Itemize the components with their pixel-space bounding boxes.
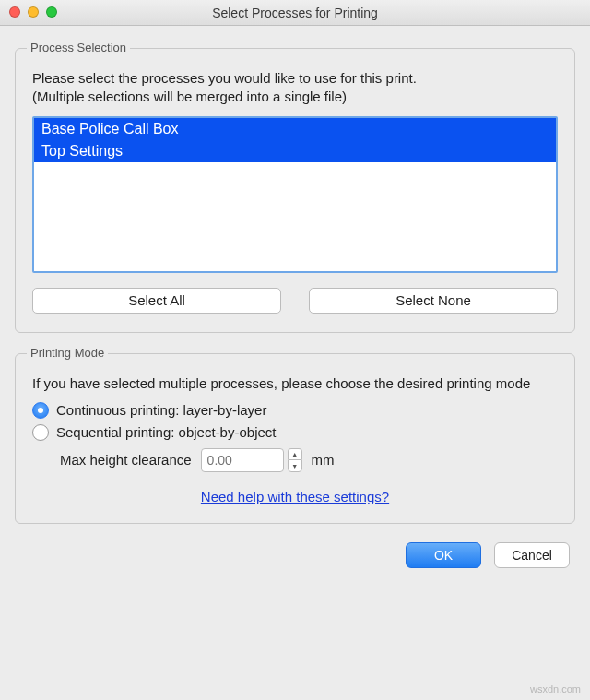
radio-sequential-row[interactable]: Sequential printing: object-by-object [32,424,558,441]
cancel-button[interactable]: Cancel [494,542,570,568]
dialog-content: Process Selection Please select the proc… [0,26,590,700]
process-selection-label: Process Selection [27,41,130,54]
radio-continuous[interactable] [32,402,49,419]
select-all-button[interactable]: Select All [32,288,281,314]
radio-sequential-label: Sequential printing: object-by-object [56,424,276,440]
process-selection-group: Process Selection Please select the proc… [15,48,575,333]
printing-mode-instruction: If you have selected multiple processes,… [32,374,558,393]
radio-continuous-row[interactable]: Continuous printing: layer-by-layer [32,402,558,419]
watermark: wsxdn.com [530,683,581,694]
traffic-lights [9,6,57,18]
minimize-icon[interactable] [28,6,39,18]
max-clearance-unit: mm [312,452,335,468]
max-clearance-label: Max height clearance [60,452,192,468]
list-item[interactable]: Base Police Call Box [34,118,556,140]
max-clearance-input[interactable] [201,448,284,472]
max-clearance-stepper[interactable]: ▲ ▼ [288,448,302,472]
process-listbox[interactable]: Base Police Call Box Top Settings [32,116,558,273]
help-link[interactable]: Need help with these settings? [201,489,389,504]
printing-mode-label: Printing Mode [27,346,108,360]
instruction-line-1: Please select the processes you would li… [32,70,417,86]
close-icon[interactable] [9,6,20,18]
radio-continuous-label: Continuous printing: layer-by-layer [56,402,266,418]
stepper-up-icon[interactable]: ▲ [288,448,302,460]
max-clearance-field[interactable]: ▲ ▼ [201,448,302,472]
select-none-button[interactable]: Select None [309,288,558,314]
stepper-down-icon[interactable]: ▼ [288,459,302,472]
dialog-footer: OK Cancel [15,542,575,568]
window-title: Select Processes for Printing [212,6,378,20]
list-item[interactable]: Top Settings [34,140,556,162]
radio-sequential[interactable] [32,424,49,441]
process-selection-instruction: Please select the processes you would li… [32,69,558,107]
printing-mode-group: Printing Mode If you have selected multi… [15,353,575,524]
titlebar: Select Processes for Printing [0,0,590,26]
instruction-line-2: (Multiple selections will be merged into… [32,89,347,104]
ok-button[interactable]: OK [406,542,481,568]
max-clearance-row: Max height clearance ▲ ▼ mm [60,448,558,472]
zoom-icon[interactable] [46,6,57,18]
help-link-row: Need help with these settings? [32,489,558,504]
